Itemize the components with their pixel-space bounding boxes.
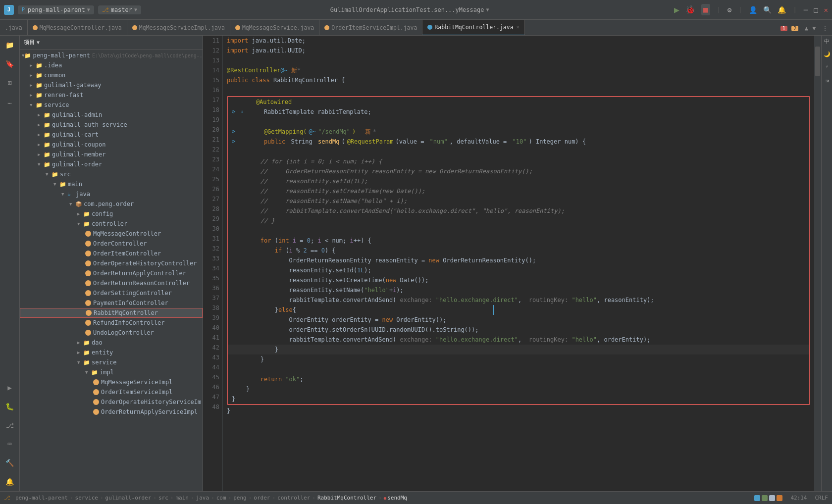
tree-item-orderreturnapplyctrl[interactable]: OrderReturnApplyController	[20, 268, 203, 278]
tree-item-controller[interactable]: ▼ 📁 controller	[20, 219, 203, 229]
tree-item-orderoperatectrl[interactable]: OrderOperateHistoryController	[20, 258, 203, 268]
tab-mqmessageserviceimpl[interactable]: MqMessageServiceImpl.java	[127, 20, 230, 36]
tree-item-member[interactable]: ▶ 📁 gulimall-member	[20, 150, 203, 159]
branch-selector[interactable]: ⎇ master ▼	[98, 5, 141, 14]
tab-rabbitmqcontroller[interactable]: RabbitMqController.java ✕	[422, 20, 524, 36]
theme-switcher[interactable]	[754, 495, 782, 501]
people-icon[interactable]: 👤	[749, 6, 757, 14]
sidebar-debug2-icon[interactable]: 🐛	[4, 401, 15, 412]
tree-item-service[interactable]: ▼ 📁 service	[20, 100, 203, 110]
tree-item-root[interactable]: ▼ 📁 peng-mall-parent E:\Data\gitCode\pen…	[20, 50, 203, 60]
tree-arrow: ▶	[30, 73, 36, 78]
sidebar-project-icon[interactable]: 📁	[4, 40, 15, 50]
maximize-button[interactable]: □	[814, 6, 818, 14]
tab-close-icon[interactable]: ✕	[517, 24, 520, 30]
run-config-dropdown[interactable]: ▼	[486, 7, 489, 12]
tree-item-label: OrderItemController	[93, 250, 161, 257]
code-line-26: // reasonEntity.setCreateTime(new Date()…	[228, 186, 809, 196]
sidebar-git-icon[interactable]: ⎇	[4, 420, 15, 431]
tree-item-coupon[interactable]: ▶ 📁 gulimall-coupon	[20, 140, 203, 150]
right-sidebar-icon-3[interactable]: ⚡	[825, 63, 829, 70]
tab-mqmessagecontroller[interactable]: MqMessageController.java	[28, 20, 127, 36]
tree-item-orderitemimpl[interactable]: OrderItemServiceImpl	[20, 387, 203, 397]
tree-item-src[interactable]: ▼ 📁 src	[20, 169, 203, 179]
sidebar-more-icon[interactable]: …	[4, 96, 15, 107]
tab-label: MqMessageService.java	[242, 24, 314, 31]
close-button[interactable]: ✕	[824, 6, 828, 14]
sidebar-bookmark-icon[interactable]: 🔖	[4, 58, 15, 69]
tree-item-paymentinfoctrl[interactable]: PaymentInfoController	[20, 298, 203, 308]
tree-item-entity[interactable]: ▶ 📁 entity	[20, 348, 203, 357]
sidebar-structure-icon[interactable]: ⊞	[4, 77, 15, 88]
project-dropdown-icon[interactable]: ▼	[87, 7, 90, 12]
debug-button[interactable]: 🐞	[685, 5, 695, 14]
settings-icon[interactable]: ⚙	[728, 6, 731, 14]
folder-icon: 📁	[91, 369, 98, 376]
minimize-button[interactable]: ─	[804, 6, 808, 14]
code-line-19	[228, 117, 809, 127]
tree-item-renren[interactable]: ▶ 📁 renren-fast	[20, 90, 203, 100]
run-button[interactable]: ▶	[674, 4, 679, 15]
tree-item-label: com.peng.order	[84, 201, 134, 207]
editor-tabbar: .java MqMessageController.java MqMessage…	[0, 20, 832, 36]
tree-item-dao[interactable]: ▶ 📁 dao	[20, 338, 203, 348]
sidebar-notifications2-icon[interactable]: 🔔	[4, 476, 15, 487]
tree-item-java[interactable]: ▼ ☕ java	[20, 189, 203, 199]
sidebar-build-icon[interactable]: 🔨	[4, 457, 15, 468]
tab-java[interactable]: .java	[0, 20, 28, 36]
breadcrumb-sep: ›	[249, 495, 252, 501]
tree-item-order[interactable]: ▼ 📁 gulimall-order	[20, 159, 203, 169]
tree-item-main[interactable]: ▼ 📁 main	[20, 179, 203, 189]
project-selector[interactable]: P peng-mall-parent ▼	[18, 5, 94, 14]
tree-item-com-peng-order[interactable]: ▼ 📦 com.peng.order	[20, 199, 203, 209]
tree-item-rabbitmqctrl[interactable]: RabbitMqController	[20, 308, 203, 318]
tree-item-orderitemctrl[interactable]: OrderItemController	[20, 249, 203, 258]
chevron-up-icon[interactable]: ▲	[805, 25, 808, 32]
tree-item-idea[interactable]: ▶ 📁 .idea	[20, 60, 203, 70]
tab-label: MqMessageController.java	[40, 24, 122, 31]
tree-item-mqmsgimpl[interactable]: MqMessageServiceImpl	[20, 377, 203, 387]
file-tree-content[interactable]: ▼ 📁 peng-mall-parent E:\Data\gitCode\pen…	[20, 50, 203, 491]
search-icon[interactable]: 🔍	[763, 6, 772, 14]
tree-item-mqmessagectrl[interactable]: MqMessageController	[20, 229, 203, 239]
tree-item-ordersettingctrl[interactable]: OrderSettingController	[20, 288, 203, 298]
tree-item-orderreturnapplyimpl[interactable]: OrderReturnApplyServiceImpl	[20, 407, 203, 417]
chevron-down-icon[interactable]: ▼	[812, 25, 816, 32]
tree-item-service-pkg[interactable]: ▼ 📁 service	[20, 357, 203, 367]
tree-item-common[interactable]: ▶ 📁 common	[20, 70, 203, 80]
tree-item-refundinfoctrl[interactable]: RefundInfoController	[20, 318, 203, 328]
tree-item-impl[interactable]: ▼ 📁 impl	[20, 367, 203, 377]
tree-arrow: ▶	[38, 112, 44, 117]
tree-item-label: impl	[100, 369, 114, 376]
tree-item-gateway[interactable]: ▶ 📁 gulimall-gateway	[20, 80, 203, 90]
tree-item-undologctrl[interactable]: UndoLogController	[20, 328, 203, 338]
folder-icon: 📦	[75, 201, 82, 207]
tree-item-admin[interactable]: ▶ 📁 gulimall-admin	[20, 110, 203, 120]
notifications-icon[interactable]: 🔔	[778, 6, 786, 14]
sidebar-terminal-icon[interactable]: ⌨	[4, 439, 15, 450]
tab-orderitemserviceimpl[interactable]: OrderItemServiceImpl.java	[319, 20, 422, 36]
breadcrumb-sep: ›	[228, 495, 232, 501]
scrollbar-thumb[interactable]	[815, 47, 820, 76]
right-sidebar-icon-2[interactable]: 🌙	[824, 51, 831, 57]
tree-item-auth[interactable]: ▶ 📁 gulimall-auth-service	[20, 120, 203, 130]
more-tabs-icon[interactable]: ⋮	[822, 25, 828, 32]
stop-button[interactable]: ■	[701, 4, 710, 15]
tree-item-config[interactable]: ▶ 📁 config	[20, 209, 203, 219]
right-sidebar-icon-1[interactable]: 中	[824, 38, 830, 45]
code-editor[interactable]: import java.util.Date; import java.util.…	[223, 36, 814, 491]
branch-dropdown-icon[interactable]: ▼	[134, 7, 137, 12]
tree-item-cart[interactable]: ▶ 📁 gulimall-cart	[20, 130, 203, 140]
tab-mqmessageservice[interactable]: MqMessageService.java	[230, 20, 319, 36]
tree-item-orderctrl[interactable]: OrderController	[20, 239, 203, 249]
tree-item-orderreturnreasonctrl[interactable]: OrderReturnReasonController	[20, 278, 203, 288]
file-circle-icon	[85, 280, 91, 286]
file-circle-icon	[85, 300, 91, 306]
tree-item-label: RefundInfoController	[93, 319, 165, 326]
header-dropdown-icon[interactable]: ▼	[37, 40, 40, 45]
sidebar-run-icon[interactable]: ▶	[4, 382, 15, 393]
tree-item-orderoperateimpl[interactable]: OrderOperateHistoryServiceIm	[20, 397, 203, 407]
scrollbar[interactable]	[814, 36, 821, 491]
code-container[interactable]: 11 12 13 14 ● 15 ● 16 17 18 19 20 21 22 …	[203, 36, 821, 491]
tab-overflow-button[interactable]: 1 2 ▲ ▼ ⋮	[777, 24, 832, 32]
